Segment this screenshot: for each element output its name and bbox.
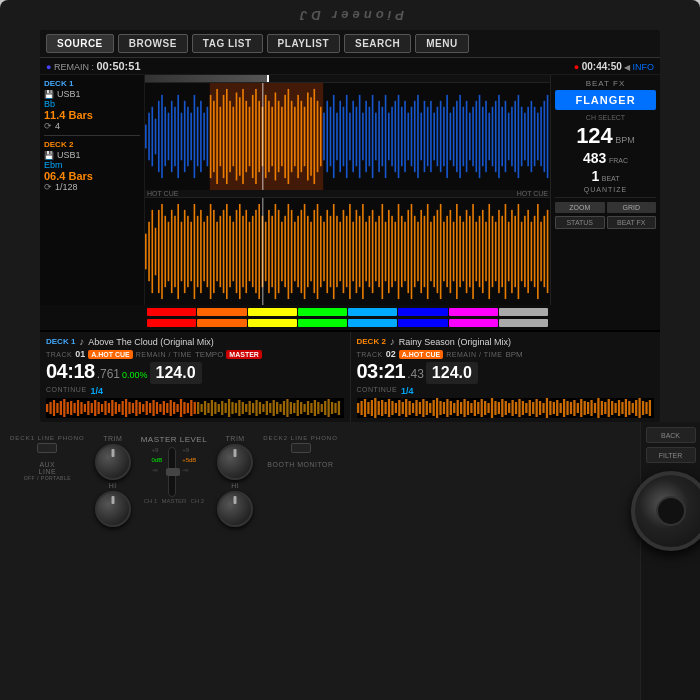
svg-rect-13 bbox=[184, 101, 186, 172]
svg-rect-83 bbox=[411, 107, 413, 166]
svg-rect-108 bbox=[492, 107, 494, 166]
svg-rect-46 bbox=[291, 101, 293, 172]
svg-rect-327 bbox=[300, 402, 302, 414]
svg-rect-30 bbox=[239, 97, 241, 175]
svg-rect-72 bbox=[375, 113, 377, 161]
svg-rect-354 bbox=[408, 401, 410, 415]
svg-rect-261 bbox=[73, 403, 75, 413]
hotcue-7-magenta[interactable] bbox=[449, 308, 498, 316]
waveform-svg-1 bbox=[145, 83, 550, 190]
deck1-line-phono-switch[interactable] bbox=[37, 443, 57, 453]
svg-rect-229 bbox=[475, 222, 477, 281]
svg-rect-322 bbox=[283, 401, 285, 415]
playhead bbox=[267, 75, 269, 82]
svg-rect-416 bbox=[621, 402, 623, 414]
svg-rect-299 bbox=[204, 401, 206, 415]
hotcue-4-green[interactable] bbox=[298, 308, 347, 316]
trim-knob-1[interactable] bbox=[95, 444, 131, 480]
master-btn-1[interactable]: MASTER bbox=[226, 350, 262, 359]
hi-knob-2[interactable] bbox=[217, 491, 253, 527]
filter-btn[interactable]: FILTER bbox=[646, 447, 696, 463]
hotcue-8-gray[interactable] bbox=[499, 308, 548, 316]
svg-rect-114 bbox=[511, 107, 513, 166]
info-button[interactable]: INFO bbox=[633, 62, 655, 72]
flanger-button[interactable]: FLANGER bbox=[555, 90, 656, 110]
svg-rect-17 bbox=[197, 107, 199, 166]
hotcue-d2-7[interactable] bbox=[449, 319, 498, 327]
svg-rect-1 bbox=[145, 125, 147, 149]
svg-rect-206 bbox=[401, 216, 403, 287]
svg-rect-172 bbox=[291, 210, 293, 293]
svg-rect-78 bbox=[394, 101, 396, 172]
svg-rect-77 bbox=[391, 107, 393, 166]
jog-wheel-right[interactable] bbox=[631, 471, 701, 551]
hotcue-d2-2[interactable] bbox=[197, 319, 246, 327]
deck1-bpm-card: 124.0 bbox=[150, 362, 202, 384]
master-fader[interactable] bbox=[168, 447, 176, 497]
svg-rect-319 bbox=[273, 400, 275, 416]
svg-rect-151 bbox=[223, 210, 225, 293]
timer-bar: ● REMAIN : 00:50:51 ● 00:44:50 ◀ INFO bbox=[40, 58, 660, 75]
svg-rect-265 bbox=[87, 401, 89, 415]
autocue-btn-2[interactable]: A.HOT CUE bbox=[399, 350, 444, 359]
hotcue-6-blue[interactable] bbox=[398, 308, 447, 316]
track-num-1: 01 bbox=[75, 349, 85, 359]
back-btn[interactable]: BACK bbox=[646, 427, 696, 443]
hotcue-d2-8[interactable] bbox=[499, 319, 548, 327]
nav-search[interactable]: SEARCH bbox=[344, 34, 411, 53]
hotcue-1-red[interactable] bbox=[147, 308, 196, 316]
svg-rect-54 bbox=[317, 101, 319, 172]
svg-rect-330 bbox=[310, 403, 312, 413]
hotcue-label-right: HOT CUE bbox=[517, 190, 548, 197]
svg-rect-276 bbox=[125, 399, 127, 417]
hotcue-d2-5[interactable] bbox=[348, 319, 397, 327]
svg-rect-230 bbox=[479, 216, 481, 287]
timeline-progress bbox=[145, 75, 267, 82]
svg-rect-240 bbox=[511, 210, 513, 293]
svg-rect-302 bbox=[214, 402, 216, 414]
svg-rect-397 bbox=[556, 400, 558, 416]
zoom-button[interactable]: ZOOM bbox=[555, 202, 605, 213]
hotcue-2-orange[interactable] bbox=[197, 308, 246, 316]
deck2-line-phono-switch[interactable] bbox=[291, 443, 311, 453]
svg-rect-252 bbox=[262, 198, 263, 305]
beatfx-button[interactable]: BEAT FX bbox=[607, 216, 657, 229]
svg-rect-343 bbox=[370, 400, 372, 416]
svg-rect-398 bbox=[559, 403, 561, 413]
autocue-btn-1[interactable]: A.HOT CUE bbox=[88, 350, 133, 359]
nav-browse[interactable]: BROWSE bbox=[118, 34, 188, 53]
svg-rect-225 bbox=[463, 222, 465, 281]
nav-menu[interactable]: MENU bbox=[415, 34, 468, 53]
status-button[interactable]: STATUS bbox=[555, 216, 605, 229]
trim-col-2: TRIM HI bbox=[217, 435, 253, 527]
hotcue-5-cyan[interactable] bbox=[348, 308, 397, 316]
continue-1: CONTINUE bbox=[46, 386, 87, 396]
svg-rect-66 bbox=[356, 107, 358, 166]
svg-rect-251 bbox=[547, 210, 549, 293]
svg-rect-260 bbox=[70, 401, 72, 415]
nav-playlist[interactable]: PLAYLIST bbox=[267, 34, 340, 53]
svg-rect-243 bbox=[521, 222, 523, 281]
svg-rect-121 bbox=[534, 107, 536, 166]
hotcue-3-yellow[interactable] bbox=[248, 308, 297, 316]
nav-taglist[interactable]: TAG LIST bbox=[192, 34, 263, 53]
hi-knob-1[interactable] bbox=[95, 491, 131, 527]
nav-source[interactable]: SOURCE bbox=[46, 34, 114, 53]
svg-rect-123 bbox=[540, 107, 542, 166]
svg-rect-223 bbox=[456, 204, 458, 299]
svg-rect-200 bbox=[382, 204, 384, 299]
hotcue-d2-3[interactable] bbox=[248, 319, 297, 327]
hotcue-d2-1[interactable] bbox=[147, 319, 196, 327]
svg-rect-290 bbox=[173, 402, 175, 414]
trim-knob-2[interactable] bbox=[217, 444, 253, 480]
svg-rect-204 bbox=[394, 222, 396, 281]
svg-rect-232 bbox=[485, 222, 487, 281]
svg-rect-355 bbox=[411, 403, 413, 413]
hotcue-d2-6[interactable] bbox=[398, 319, 447, 327]
svg-rect-139 bbox=[184, 210, 186, 293]
grid-button[interactable]: GRID bbox=[607, 202, 657, 213]
hotcue-d2-4[interactable] bbox=[298, 319, 347, 327]
svg-rect-98 bbox=[459, 95, 461, 178]
svg-rect-190 bbox=[349, 204, 351, 299]
svg-rect-43 bbox=[281, 107, 283, 166]
